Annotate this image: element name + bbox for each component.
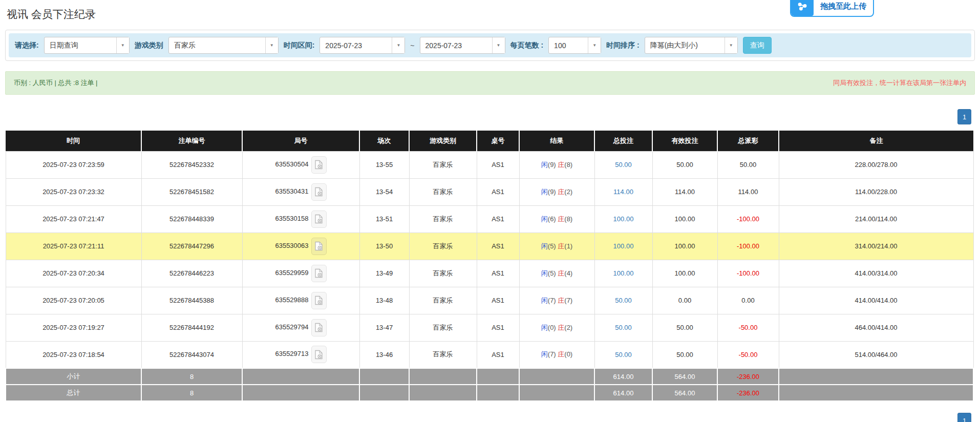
cell-result: 闲(7) 庄(0)	[519, 341, 594, 368]
cell-total-bet[interactable]: 114.00	[594, 178, 652, 205]
query-type-select[interactable]: 日期查询 ▼	[44, 37, 130, 54]
time-sort-label: 时间排序 :	[606, 41, 640, 50]
cell-game-type: 百家乐	[409, 314, 477, 341]
subtotal-valid-bet: 564.00	[652, 368, 717, 385]
search-button[interactable]: 查询	[743, 37, 772, 54]
date-to-select[interactable]: 2025-07-23 ▼	[420, 37, 505, 54]
cell-time: 2025-07-23 07:19:27	[6, 314, 141, 341]
cell-round-id: 635530504	[242, 151, 359, 178]
table-row[interactable]: 2025-07-23 07:21:11522678447296635530063…	[6, 233, 973, 260]
cell-result: 闲(0) 庄(2)	[519, 314, 594, 341]
video-replay-icon[interactable]	[311, 183, 327, 201]
chevron-down-icon[interactable]: ▼	[492, 37, 505, 53]
cell-time: 2025-07-23 07:21:47	[6, 205, 141, 233]
pagination-top: 1	[0, 109, 971, 124]
cell-session: 13-55	[359, 151, 409, 178]
cell-session: 13-50	[359, 233, 409, 260]
cell-game-type: 百家乐	[409, 260, 477, 287]
cell-time: 2025-07-23 07:20:34	[6, 260, 141, 287]
chevron-down-icon[interactable]: ▼	[265, 37, 278, 53]
cell-payout: 50.00	[717, 151, 779, 178]
col-payout: 总派彩	[717, 131, 779, 151]
cell-total-bet[interactable]: 100.00	[594, 233, 652, 260]
cell-total-bet[interactable]: 50.00	[594, 341, 652, 368]
cell-bet-id: 522678447296	[141, 233, 242, 260]
cell-session: 13-48	[359, 287, 409, 314]
page-1-button[interactable]: 1	[957, 413, 971, 422]
cell-table-id: AS1	[477, 287, 519, 314]
game-type-label: 游戏类别	[135, 41, 163, 50]
cell-total-bet[interactable]: 50.00	[594, 151, 652, 178]
cell-bet-id: 522678452332	[141, 151, 242, 178]
video-replay-icon[interactable]	[311, 292, 327, 309]
currency-total-text: 币别 : 人民币 | 总共 :8 注单 |	[14, 78, 98, 88]
col-time: 时间	[6, 131, 141, 151]
grand-total-row: 总计 8 614.00 564.00 -236.00	[6, 385, 973, 401]
table-row[interactable]: 2025-07-23 07:23:32522678451582635530431…	[6, 178, 973, 205]
bet-records-table: 时间 注单编号 局号 场次 游戏类别 桌号 结果 总投注 有效投注 总派彩 备注…	[5, 131, 974, 402]
range-separator: ~	[410, 41, 414, 50]
col-total-bet: 总投注	[594, 131, 652, 151]
cell-game-type: 百家乐	[409, 151, 477, 178]
cell-result: 闲(5) 庄(1)	[519, 233, 594, 260]
time-sort-select[interactable]: 降冪(由大到小) ▼	[645, 37, 738, 54]
cell-round-id: 635529713	[242, 341, 359, 368]
page-size-select[interactable]: 100 ▼	[548, 37, 601, 54]
col-game-type: 游戏类别	[409, 131, 477, 151]
cell-payout: -100.00	[717, 260, 779, 287]
cell-note: 414.00/314.00	[779, 260, 973, 287]
video-replay-icon[interactable]	[311, 156, 327, 174]
cloud-cluster-icon	[791, 0, 814, 16]
cell-round-id: 635529888	[242, 287, 359, 314]
cell-session: 13-49	[359, 260, 409, 287]
grand-total-count: 8	[141, 385, 242, 401]
summary-bar: 币别 : 人民币 | 总共 :8 注单 | 同局有效投注，统一计算在该局第一张注…	[5, 71, 975, 95]
cell-total-bet[interactable]: 100.00	[594, 205, 652, 233]
grand-total-label: 总计	[6, 385, 141, 401]
cell-note: 114.00/228.00	[779, 178, 973, 205]
cell-valid-bet: 50.00	[652, 341, 717, 368]
cell-result: 闲(6) 庄(8)	[519, 205, 594, 233]
cell-valid-bet: 50.00	[652, 151, 717, 178]
filter-panel: 请选择: 日期查询 ▼ 游戏类别 百家乐 ▼ 时间区间: 2025-07-23 …	[5, 30, 975, 61]
chevron-down-icon[interactable]: ▼	[116, 37, 129, 53]
upload-button-label: 拖拽至此上传	[814, 0, 873, 16]
table-row[interactable]: 2025-07-23 07:20:05522678445388635529888…	[6, 287, 973, 314]
cell-game-type: 百家乐	[409, 287, 477, 314]
video-replay-icon[interactable]	[311, 265, 327, 282]
page-size-label: 每页笔数 :	[510, 41, 544, 50]
chevron-down-icon[interactable]: ▼	[392, 37, 404, 53]
chevron-down-icon[interactable]: ▼	[725, 37, 737, 53]
cell-table-id: AS1	[477, 314, 519, 341]
cell-time: 2025-07-23 07:18:54	[6, 341, 141, 368]
cell-session: 13-54	[359, 178, 409, 205]
table-row[interactable]: 2025-07-23 07:18:54522678443074635529713…	[6, 341, 973, 368]
time-sort-value: 降冪(由大到小)	[645, 37, 725, 53]
page-1-button[interactable]: 1	[957, 109, 971, 124]
cell-valid-bet: 100.00	[652, 260, 717, 287]
video-replay-icon[interactable]	[311, 210, 327, 228]
cell-bet-id: 522678445388	[141, 287, 242, 314]
query-type-value: 日期查询	[45, 37, 116, 53]
cell-total-bet[interactable]: 50.00	[594, 314, 652, 341]
table-row[interactable]: 2025-07-23 07:21:47522678448339635530158…	[6, 205, 973, 233]
date-from-select[interactable]: 2025-07-23 ▼	[319, 37, 405, 54]
grand-total-total-bet: 614.00	[594, 385, 652, 401]
cell-total-bet[interactable]: 100.00	[594, 260, 652, 287]
game-type-select[interactable]: 百家乐 ▼	[168, 37, 279, 54]
video-replay-icon[interactable]	[311, 346, 327, 363]
cell-time: 2025-07-23 07:21:11	[6, 233, 141, 260]
col-bet-id: 注单编号	[141, 131, 242, 151]
table-row[interactable]: 2025-07-23 07:19:27522678444192635529794…	[6, 314, 973, 341]
chevron-down-icon[interactable]: ▼	[588, 37, 601, 53]
cell-note: 314.00/214.00	[779, 233, 973, 260]
video-replay-icon[interactable]	[311, 319, 327, 336]
cell-total-bet[interactable]: 50.00	[594, 287, 652, 314]
table-row[interactable]: 2025-07-23 07:23:59522678452332635530504…	[6, 151, 973, 178]
video-replay-icon[interactable]	[311, 238, 327, 255]
table-row[interactable]: 2025-07-23 07:20:34522678446223635529959…	[6, 260, 973, 287]
cell-result: 闲(9) 庄(8)	[519, 151, 594, 178]
drag-upload-button[interactable]: 拖拽至此上传	[790, 0, 874, 17]
cell-round-id: 635530158	[242, 205, 359, 233]
col-note: 备注	[779, 131, 973, 151]
